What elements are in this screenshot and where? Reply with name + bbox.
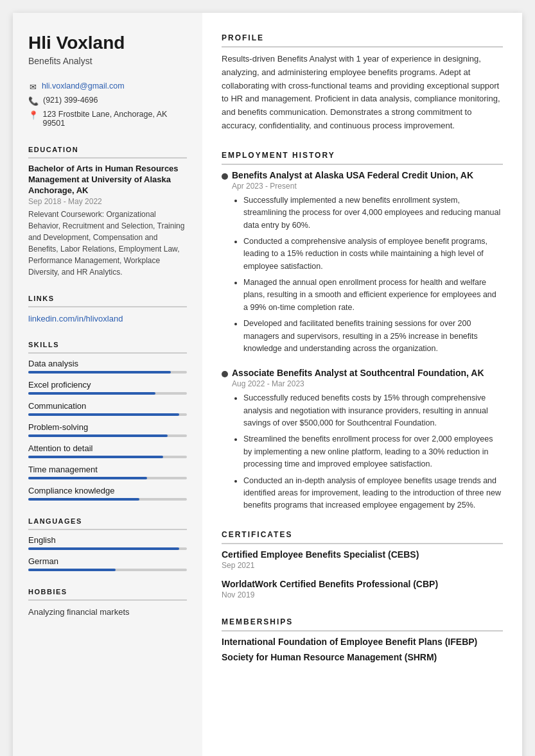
education-section-title: EDUCATION	[28, 146, 187, 159]
skill-bar-background	[28, 371, 187, 374]
job-title: Associate Benefits Analyst at Southcentr…	[232, 368, 503, 378]
contact-email: ✉ hli.voxland@gmail.com	[28, 82, 187, 92]
sidebar-title: Benefits Analyst	[28, 56, 187, 66]
language-name: German	[28, 556, 187, 566]
email-icon: ✉	[28, 82, 37, 92]
membership-entry: International Foundation of Employee Ben…	[222, 637, 503, 647]
skill-item: Communication	[28, 401, 187, 416]
employment-section-title: EMPLOYMENT HISTORY	[222, 151, 503, 165]
skills-list: Data analysis Excel proficiency Communic…	[28, 359, 187, 501]
skill-name: Compliance knowledge	[28, 486, 187, 495]
memberships-section-title: MEMBERSHIPS	[222, 617, 503, 631]
skill-bar-fill	[28, 477, 147, 479]
job-bullet: Conducted a comprehensive analysis of em…	[243, 236, 503, 273]
skill-name: Attention to detail	[28, 443, 187, 453]
sidebar: Hli Voxland Benefits Analyst ✉ hli.voxla…	[13, 13, 202, 756]
certificates-list: Certified Employee Benefits Specialist (…	[222, 549, 503, 599]
skill-name: Data analysis	[28, 359, 187, 368]
job-bullet: Conducted an in-depth analysis of employ…	[243, 475, 503, 512]
contact-address: 📍 123 Frostbite Lane, Anchorage, AK 9950…	[28, 110, 187, 128]
skill-item: Problem-solving	[28, 422, 187, 437]
email-link[interactable]: hli.voxland@gmail.com	[42, 82, 125, 90]
skill-item: Data analysis	[28, 359, 187, 374]
skill-name: Time management	[28, 465, 187, 474]
location-icon: 📍	[28, 110, 38, 120]
language-bar-background	[28, 569, 187, 571]
certificate-date: Nov 2019	[222, 590, 503, 599]
education-section: EDUCATION Bachelor of Arts in Human Reso…	[28, 146, 187, 279]
job-bullet: Developed and facilitated benefits train…	[243, 318, 503, 355]
skill-bar-fill	[28, 392, 155, 395]
skills-section-title: SKILLS	[28, 341, 187, 354]
profile-text: Results-driven Benefits Analyst with 1 y…	[222, 53, 503, 133]
language-item: English	[28, 535, 187, 550]
certificate-entry: Certified Employee Benefits Specialist (…	[222, 549, 503, 570]
linkedin-link[interactable]: linkedin.com/in/hlivoxland	[28, 314, 123, 323]
certificate-date: Sep 2021	[222, 561, 503, 570]
job-bullet: Successfully reduced benefits costs by 1…	[243, 392, 503, 429]
edu-description: Relevant Coursework: Organizational Beha…	[28, 209, 187, 278]
profile-section: PROFILE Results-driven Benefits Analyst …	[222, 33, 503, 133]
certificates-section: CERTIFICATES Certified Employee Benefits…	[222, 530, 503, 599]
hobbies-section-title: HOBBIES	[28, 588, 187, 601]
languages-section: LANGUAGES English German	[28, 517, 187, 571]
language-bar-fill	[28, 569, 116, 571]
skill-bar-background	[28, 413, 187, 416]
certificate-name: WorldatWork Certified Benefits Professio…	[222, 579, 503, 589]
memberships-section: MEMBERSHIPS International Foundation of …	[222, 617, 503, 662]
skill-item: Excel proficiency	[28, 380, 187, 395]
skill-name: Excel proficiency	[28, 380, 187, 390]
languages-section-title: LANGUAGES	[28, 517, 187, 530]
job-bullet: Streamlined the benefits enrollment proc…	[243, 433, 503, 470]
job-entry: Associate Benefits Analyst at Southcentr…	[222, 368, 503, 511]
links-section-title: LINKS	[28, 295, 187, 307]
phone-icon: 📞	[28, 96, 39, 106]
certificate-name: Certified Employee Benefits Specialist (…	[222, 549, 503, 560]
job-bullets-list: Successfully implemented a new benefits …	[232, 194, 503, 356]
skill-bar-background	[28, 434, 187, 437]
skill-name: Problem-solving	[28, 422, 187, 432]
skill-item: Compliance knowledge	[28, 486, 187, 501]
language-name: English	[28, 535, 187, 545]
employment-section: EMPLOYMENT HISTORY Benefits Analyst at A…	[222, 151, 503, 512]
language-bar-fill	[28, 547, 179, 550]
main-content: PROFILE Results-driven Benefits Analyst …	[202, 13, 522, 756]
skill-bar-fill	[28, 413, 179, 416]
skill-bar-fill	[28, 434, 168, 437]
contact-list: ✉ hli.voxland@gmail.com 📞 (921) 399-4696…	[28, 82, 187, 128]
membership-name: Society for Human Resource Management (S…	[222, 652, 503, 662]
membership-entry: Society for Human Resource Management (S…	[222, 652, 503, 662]
skill-bar-background	[28, 477, 187, 479]
job-title: Benefits Analyst at Alaska USA Federal C…	[232, 170, 503, 180]
hobbies-section: HOBBIES Analyzing financial markets	[28, 588, 187, 619]
job-dates: Apr 2023 - Present	[232, 182, 503, 191]
membership-name: International Foundation of Employee Ben…	[222, 637, 503, 647]
edu-degree: Bachelor of Arts in Human Resources Mana…	[28, 164, 187, 196]
certificate-entry: WorldatWork Certified Benefits Professio…	[222, 579, 503, 599]
skill-bar-fill	[28, 498, 139, 501]
resume-container: Hli Voxland Benefits Analyst ✉ hli.voxla…	[13, 13, 522, 756]
skill-bar-fill	[28, 371, 171, 374]
job-bullets-list: Successfully reduced benefits costs by 1…	[232, 392, 503, 511]
hobbies-text: Analyzing financial markets	[28, 606, 187, 619]
job-entry: Benefits Analyst at Alaska USA Federal C…	[222, 170, 503, 356]
job-bullet: Managed the annual open enrollment proce…	[243, 277, 503, 314]
skill-bar-background	[28, 456, 187, 458]
links-section: LINKS linkedin.com/in/hlivoxland	[28, 295, 187, 324]
skill-name: Communication	[28, 401, 187, 411]
memberships-list: International Foundation of Employee Ben…	[222, 637, 503, 662]
profile-section-title: PROFILE	[222, 33, 503, 47]
skill-item: Time management	[28, 465, 187, 479]
languages-list: English German	[28, 535, 187, 571]
contact-phone: 📞 (921) 399-4696	[28, 96, 187, 106]
skill-bar-background	[28, 392, 187, 395]
skills-section: SKILLS Data analysis Excel proficiency C…	[28, 341, 187, 501]
skill-item: Attention to detail	[28, 443, 187, 458]
language-bar-background	[28, 547, 187, 550]
skill-bar-fill	[28, 456, 163, 458]
job-dates: Aug 2022 - Mar 2023	[232, 379, 503, 388]
edu-dates: Sep 2018 - May 2022	[28, 197, 187, 206]
language-item: German	[28, 556, 187, 571]
sidebar-name: Hli Voxland	[28, 33, 187, 53]
job-bullet: Successfully implemented a new benefits …	[243, 194, 503, 232]
